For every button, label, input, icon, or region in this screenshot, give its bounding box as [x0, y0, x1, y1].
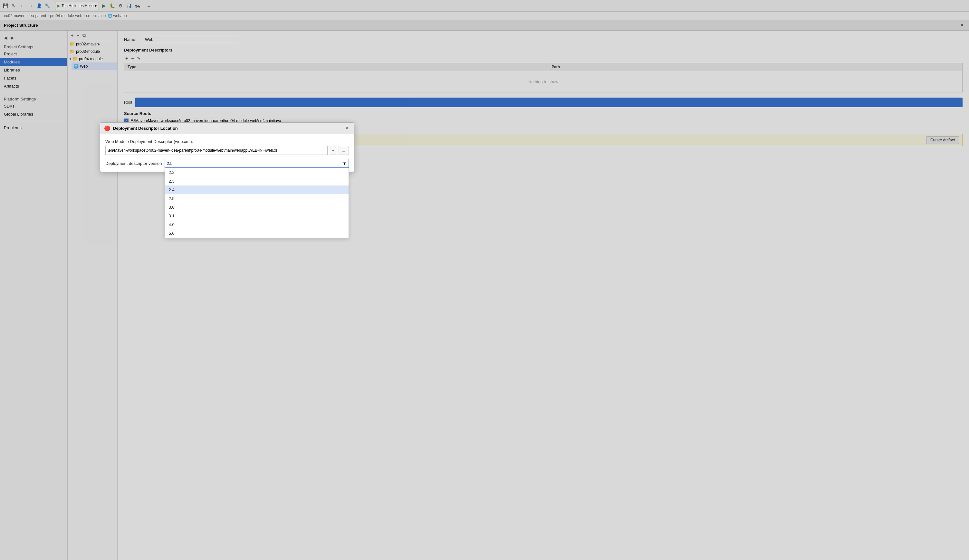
modal-backdrop: 🔴 Deployment Descriptor Location ✕ Web M… [0, 0, 969, 20]
